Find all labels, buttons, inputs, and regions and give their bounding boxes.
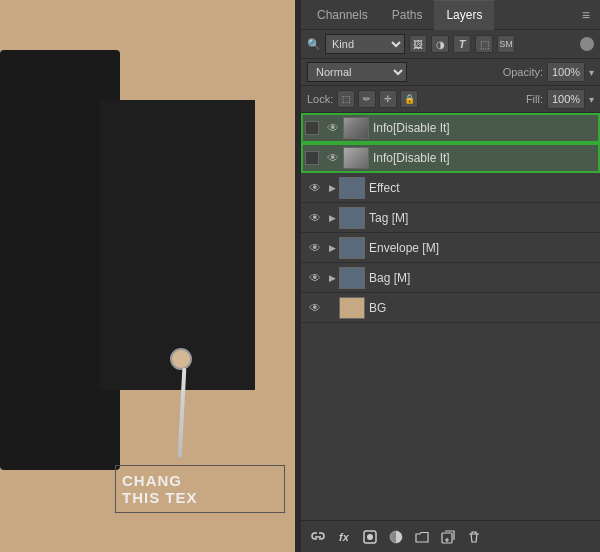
opacity-label: Opacity: [503,66,543,78]
blend-row: Normal Dissolve Multiply Screen Overlay … [301,59,600,86]
lock-row: Lock: ⬚ ✏ ✛ 🔒 Fill: ▾ [301,86,600,113]
opacity-input[interactable] [547,62,585,82]
filter-icon-img[interactable]: 🖼 [409,35,427,53]
layer-row-info1[interactable]: 👁 Info[Disable It] [301,113,600,143]
eye-icon-info1[interactable]: 👁 [323,118,343,138]
svg-point-1 [367,534,373,540]
layer-row-bag[interactable]: 👁 ▶ Bag [M] [301,263,600,293]
expand-arrow-effect[interactable]: ▶ [325,181,339,195]
layer-name-envelope: Envelope [M] [369,241,596,255]
eye-icon-effect[interactable]: 👁 [305,178,325,198]
lock-icons-group: ⬚ ✏ ✛ 🔒 [337,90,418,108]
new-layer-button[interactable] [437,526,459,548]
canvas-text-line1: CHANG [122,472,278,489]
tab-layers[interactable]: Layers [434,0,494,30]
layers-panel: Channels Paths Layers ≡ 🔍 Kind Name Effe… [301,0,600,552]
layer-thumb-bag [339,267,365,289]
filter-toggle[interactable] [580,37,594,51]
layer-name-effect: Effect [369,181,596,195]
eye-icon-tag[interactable]: 👁 [305,208,325,228]
layer-checkbox-info2[interactable] [305,151,319,165]
lock-pixels-btn[interactable]: ⬚ [337,90,355,108]
add-mask-button[interactable] [359,526,381,548]
eye-icon-envelope[interactable]: 👁 [305,238,325,258]
filter-icon-type[interactable]: T [453,35,471,53]
filter-icon-adjust[interactable]: ◑ [431,35,449,53]
opacity-arrow[interactable]: ▾ [589,67,594,78]
expand-arrow-bag[interactable]: ▶ [325,271,339,285]
adjustment-button[interactable] [385,526,407,548]
layer-row-info2[interactable]: 👁 Info[Disable It] [301,143,600,173]
fill-input[interactable] [547,89,585,109]
lock-label: Lock: [307,93,333,105]
lock-draw-btn[interactable]: ✏ [358,90,376,108]
layer-row-envelope[interactable]: 👁 ▶ Envelope [M] [301,233,600,263]
filter-icon-shape[interactable]: ⬚ [475,35,493,53]
fill-label: Fill: [526,93,543,105]
layer-name-tag: Tag [M] [369,211,596,225]
eye-icon-bag[interactable]: 👁 [305,268,325,288]
expand-arrow-tag[interactable]: ▶ [325,211,339,225]
layers-list: 👁 Info[Disable It] 👁 Info[Disable It] 👁 … [301,113,600,520]
delete-layer-button[interactable] [463,526,485,548]
filter-row: 🔍 Kind Name Effect Mode Attribute Color … [301,30,600,59]
tab-bar: Channels Paths Layers ≡ [301,0,600,30]
layer-thumb-info2 [343,147,369,169]
tag-shape [100,100,255,390]
layer-thumb-bg [339,297,365,319]
tag-hole [170,348,192,370]
tab-channels[interactable]: Channels [305,0,380,30]
fx-button[interactable]: fx [333,526,355,548]
canvas-text: CHANG THIS TEX [115,465,285,513]
tab-paths[interactable]: Paths [380,0,435,30]
lock-all-btn[interactable]: 🔒 [400,90,418,108]
filter-icon-smart[interactable]: SM [497,35,515,53]
eye-icon-info2[interactable]: 👁 [323,148,343,168]
lock-move-btn[interactable]: ✛ [379,90,397,108]
layer-row-tag[interactable]: 👁 ▶ Tag [M] [301,203,600,233]
canvas: CHANG THIS TEX [0,0,295,552]
layer-thumb-effect [339,177,365,199]
eye-icon-bg[interactable]: 👁 [305,298,325,318]
layer-thumb-envelope [339,237,365,259]
layer-row-bg[interactable]: 👁 ▶ BG [301,293,600,323]
blend-mode-select[interactable]: Normal Dissolve Multiply Screen Overlay [307,62,407,82]
bottom-toolbar: fx [301,520,600,552]
new-group-button[interactable] [411,526,433,548]
layer-name-info2: Info[Disable It] [373,151,596,165]
layer-name-bag: Bag [M] [369,271,596,285]
layer-thumb-info1 [343,117,369,139]
layer-checkbox-info1[interactable] [305,121,319,135]
layer-thumb-tag [339,207,365,229]
layer-name-bg: BG [369,301,596,315]
canvas-text-line2: THIS TEX [122,489,278,506]
search-icon: 🔍 [307,38,321,51]
kind-filter-select[interactable]: Kind Name Effect Mode Attribute Color Sm… [325,34,405,54]
layer-name-info1: Info[Disable It] [373,121,596,135]
link-layers-button[interactable] [307,526,329,548]
expand-arrow-envelope[interactable]: ▶ [325,241,339,255]
panel-menu-icon[interactable]: ≡ [576,7,596,23]
layer-row-effect[interactable]: 👁 ▶ Effect [301,173,600,203]
fill-arrow[interactable]: ▾ [589,94,594,105]
